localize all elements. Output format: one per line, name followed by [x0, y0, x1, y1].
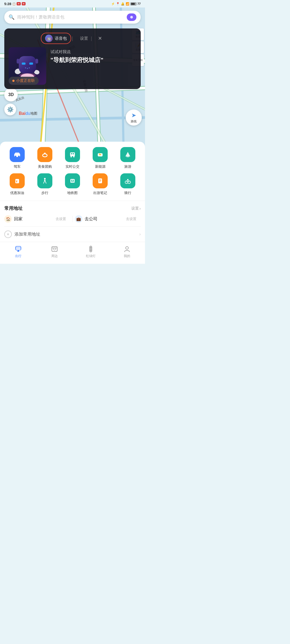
try-text: 试试对我说 — [50, 49, 136, 54]
svg-point-45 — [18, 156, 20, 157]
nav-item-mine[interactable]: 我的 — [118, 245, 136, 258]
close-button[interactable]: ✕ — [96, 34, 104, 42]
compass-icon: ⚙️ — [7, 106, 14, 113]
drive-label: 驾车 — [14, 164, 21, 169]
chevron-right-icon: › — [139, 206, 141, 211]
metro-icon-item[interactable]: 地铁图 — [60, 173, 85, 195]
address-settings-link[interactable]: 设置 › — [131, 206, 141, 211]
drive-icon-item[interactable]: 驾车 — [4, 147, 30, 169]
metro-icon — [65, 173, 80, 188]
work-label: 去公司 — [85, 216, 97, 222]
bottom-navigation: 出行 周边 红绿灯 我的 — [0, 242, 145, 264]
route-arrow-icon: ➤ — [131, 112, 136, 119]
svg-point-38 — [29, 67, 30, 68]
food-icon-item[interactable]: 美食团购 — [32, 147, 57, 169]
work-address-item[interactable]: 💼 去公司 去设置 — [75, 215, 141, 223]
search-icon: 🔍 — [9, 14, 15, 20]
svg-point-79 — [90, 247, 91, 248]
svg-rect-33 — [19, 56, 36, 73]
svg-point-36 — [25, 67, 26, 68]
3d-button[interactable]: 3D — [4, 88, 18, 101]
voice-pack-label: 语音包 — [55, 36, 67, 41]
svg-rect-62 — [71, 180, 72, 181]
svg-point-53 — [73, 156, 74, 158]
battery-percent: 77 — [137, 2, 141, 5]
travel-label: 旅游 — [124, 164, 131, 169]
header-divider2: | — [91, 36, 92, 41]
status-icons-area: ⚡ 📍 🔔 📶 77 — [111, 2, 141, 6]
robot-text-area: 试试对我说 "导航到荣府悦城店" — [50, 47, 136, 64]
map-area: 商都路 金融大街 凤凰路 🔍 雨神驾到！萧敬腾语音包 🗺️ 图层 📝 反馈 车车… — [0, 8, 145, 147]
battery-fill — [131, 3, 135, 5]
address-divider — [73, 216, 73, 222]
svg-rect-64 — [71, 181, 74, 182]
ev-icon — [93, 147, 108, 162]
svg-rect-68 — [99, 181, 101, 182]
svg-rect-47 — [44, 153, 46, 154]
nav-item-nearby[interactable]: 周边 — [45, 245, 64, 258]
svg-rect-72 — [16, 246, 21, 250]
nav-item-traffic-light[interactable]: 红绿灯 — [81, 245, 100, 258]
svg-point-76 — [53, 248, 56, 250]
section-header: 常用地址 设置 › — [4, 205, 141, 211]
route-label: 路线 — [131, 119, 137, 123]
svg-point-37 — [27, 68, 28, 69]
add-address-item[interactable]: + 添加常用地址 › — [4, 226, 141, 242]
voice-button[interactable] — [127, 13, 136, 21]
svg-text:¥: ¥ — [16, 180, 18, 183]
notification-icon: 📋 — [12, 2, 16, 5]
location-icon: 📍 — [116, 2, 120, 6]
main-instruction-text: "导航到荣府悦城店" — [50, 56, 136, 64]
ev-label: 新能源 — [95, 164, 106, 169]
work-icon: 💼 — [75, 215, 82, 223]
metro-label: 地铁图 — [67, 191, 78, 195]
search-bar[interactable]: 🔍 雨神驾到！萧敬腾语音包 — [4, 11, 141, 24]
food-label: 美食团购 — [38, 164, 52, 169]
notes-icon-item[interactable]: 出游笔记 — [88, 173, 113, 195]
work-action[interactable]: 去设置 — [126, 217, 141, 221]
travel-nav-icon — [15, 245, 22, 253]
baidu-logo: Bai du 地图 — [19, 111, 37, 116]
status-bar: 5:28 📋 H H ⚡ 📍 🔔 📶 77 — [0, 0, 145, 8]
huawei-badge1: H — [17, 2, 21, 5]
status-time: 5:28 — [4, 2, 11, 6]
bike-label: 骑行 — [124, 191, 131, 195]
home-label: 回家 — [14, 216, 23, 222]
fuel-icon-item[interactable]: ¥ 优惠加油 — [4, 173, 30, 195]
svg-rect-39 — [17, 59, 19, 64]
bus-icon-item[interactable]: 实时公交 — [60, 147, 85, 169]
settings-link[interactable]: 设置 — [78, 35, 90, 42]
header-divider: | — [72, 36, 73, 41]
svg-rect-65 — [98, 178, 102, 183]
home-address-item[interactable]: 🏠 回家 去设置 — [4, 215, 70, 223]
travel-icon-item[interactable]: 旅游 — [115, 147, 141, 169]
home-action[interactable]: 去设置 — [56, 217, 70, 221]
nearby-nav-label: 周边 — [51, 254, 58, 258]
ev-icon-item[interactable]: 新能源 — [88, 147, 113, 169]
sound-icon: 🔔 — [121, 2, 125, 6]
travel-nav-label: 出行 — [15, 254, 21, 258]
walk-icon-item[interactable]: 步行 — [32, 173, 57, 195]
home-icon: 🏠 — [4, 215, 12, 223]
bluetooth-icon: ⚡ — [111, 2, 115, 6]
svg-rect-50 — [71, 153, 72, 154]
battery-indicator — [130, 2, 136, 5]
food-icon — [37, 147, 52, 162]
route-button[interactable]: ➤ 路线 — [126, 109, 142, 126]
svg-rect-34 — [22, 63, 26, 65]
svg-point-52 — [70, 156, 72, 158]
notes-label: 出游笔记 — [93, 191, 107, 195]
bike-icon-item[interactable]: 骑行 — [115, 173, 141, 195]
address-row: 🏠 回家 去设置 💼 去公司 去设置 — [4, 215, 141, 223]
feature-icons-grid: 驾车 美食团购 实时公交 新能源 旅游 — [4, 147, 141, 195]
svg-rect-63 — [73, 180, 74, 181]
battery-tip — [135, 3, 136, 5]
nav-item-travel[interactable]: 出行 — [9, 245, 28, 258]
bottom-panel: 驾车 美食团购 实时公交 新能源 旅游 — [0, 142, 145, 242]
voice-pack-button[interactable]: 🤖 语音包 — [41, 33, 71, 44]
wifi-icon: 📶 — [126, 2, 129, 6]
compass-button[interactable]: ⚙️ — [4, 104, 16, 115]
svg-point-82 — [126, 247, 128, 249]
listening-badge: 小度正在听 — [9, 77, 39, 85]
svg-rect-51 — [73, 153, 74, 154]
